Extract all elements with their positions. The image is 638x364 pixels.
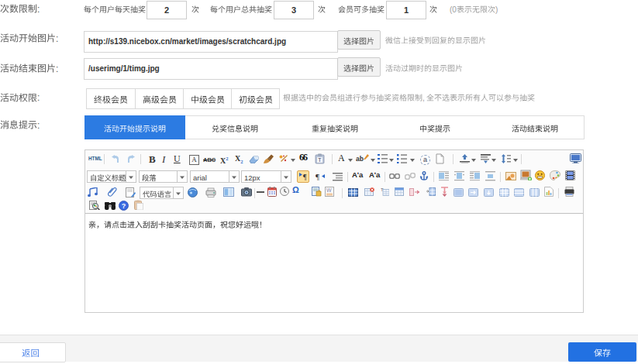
- svg-text:¶: ¶: [316, 172, 319, 180]
- svg-text:?: ?: [122, 202, 126, 210]
- svg-text:T: T: [318, 157, 322, 163]
- svg-text:W: W: [326, 187, 332, 193]
- svg-text:¶: ¶: [303, 173, 307, 180]
